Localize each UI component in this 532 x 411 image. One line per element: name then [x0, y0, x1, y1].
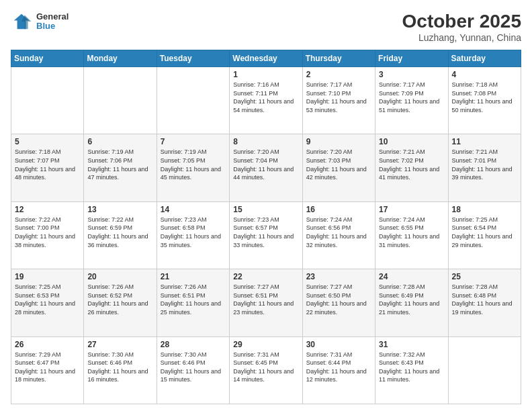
week-row-0: 1Sunrise: 7:16 AM Sunset: 7:11 PM Daylig…	[11, 67, 521, 134]
day-number: 13	[87, 205, 152, 214]
table-cell: 13Sunrise: 7:22 AM Sunset: 6:59 PM Dayli…	[84, 201, 157, 269]
table-cell: 14Sunrise: 7:23 AM Sunset: 6:58 PM Dayli…	[157, 201, 229, 269]
logo-line1: General	[36, 12, 69, 21]
table-cell: 16Sunrise: 7:24 AM Sunset: 6:56 PM Dayli…	[302, 201, 375, 269]
table-cell: 9Sunrise: 7:20 AM Sunset: 7:03 PM Daylig…	[302, 134, 375, 201]
day-content: Sunrise: 7:24 AM Sunset: 6:56 PM Dayligh…	[306, 216, 371, 249]
col-sunday: Sunday	[11, 50, 84, 67]
week-row-2: 12Sunrise: 7:22 AM Sunset: 7:00 PM Dayli…	[11, 201, 521, 269]
day-content: Sunrise: 7:17 AM Sunset: 7:10 PM Dayligh…	[306, 81, 371, 114]
day-content: Sunrise: 7:29 AM Sunset: 6:47 PM Dayligh…	[15, 351, 80, 384]
day-content: Sunrise: 7:19 AM Sunset: 7:06 PM Dayligh…	[87, 148, 152, 181]
table-cell: 2Sunrise: 7:17 AM Sunset: 7:10 PM Daylig…	[302, 67, 375, 134]
table-cell: 4Sunrise: 7:18 AM Sunset: 7:08 PM Daylig…	[448, 67, 521, 134]
day-number: 15	[233, 205, 298, 214]
day-number: 24	[379, 272, 444, 281]
table-cell: 3Sunrise: 7:17 AM Sunset: 7:09 PM Daylig…	[375, 67, 448, 134]
table-cell: 17Sunrise: 7:24 AM Sunset: 6:55 PM Dayli…	[375, 201, 448, 269]
day-content: Sunrise: 7:20 AM Sunset: 7:04 PM Dayligh…	[233, 148, 298, 181]
day-number: 5	[15, 137, 80, 146]
table-cell: 6Sunrise: 7:19 AM Sunset: 7:06 PM Daylig…	[84, 134, 157, 201]
table-cell: 28Sunrise: 7:30 AM Sunset: 6:46 PM Dayli…	[157, 336, 229, 404]
table-cell: 30Sunrise: 7:31 AM Sunset: 6:44 PM Dayli…	[302, 336, 375, 404]
table-cell	[84, 67, 157, 134]
logo-text: General Blue	[36, 12, 69, 32]
day-number: 17	[379, 205, 444, 214]
day-number: 18	[452, 205, 517, 214]
day-content: Sunrise: 7:23 AM Sunset: 6:57 PM Dayligh…	[233, 216, 298, 249]
day-content: Sunrise: 7:23 AM Sunset: 6:58 PM Dayligh…	[161, 216, 226, 249]
day-content: Sunrise: 7:31 AM Sunset: 6:44 PM Dayligh…	[306, 351, 371, 384]
day-content: Sunrise: 7:17 AM Sunset: 7:09 PM Dayligh…	[379, 81, 444, 114]
day-content: Sunrise: 7:24 AM Sunset: 6:55 PM Dayligh…	[379, 216, 444, 249]
day-number: 1	[233, 70, 298, 79]
week-row-3: 19Sunrise: 7:25 AM Sunset: 6:53 PM Dayli…	[11, 269, 521, 336]
table-cell: 12Sunrise: 7:22 AM Sunset: 7:00 PM Dayli…	[11, 201, 84, 269]
day-content: Sunrise: 7:25 AM Sunset: 6:53 PM Dayligh…	[15, 283, 80, 316]
table-cell: 31Sunrise: 7:32 AM Sunset: 6:43 PM Dayli…	[375, 336, 448, 404]
day-number: 2	[306, 70, 371, 79]
day-number: 27	[87, 340, 152, 349]
logo-icon	[11, 11, 32, 32]
day-number: 30	[306, 340, 371, 349]
table-cell: 22Sunrise: 7:27 AM Sunset: 6:51 PM Dayli…	[230, 269, 302, 336]
day-number: 19	[15, 272, 80, 281]
table-cell: 15Sunrise: 7:23 AM Sunset: 6:57 PM Dayli…	[230, 201, 302, 269]
day-content: Sunrise: 7:22 AM Sunset: 7:00 PM Dayligh…	[15, 216, 80, 249]
day-number: 12	[15, 205, 80, 214]
table-cell	[11, 67, 84, 134]
day-content: Sunrise: 7:20 AM Sunset: 7:03 PM Dayligh…	[306, 148, 371, 181]
day-number: 21	[161, 272, 226, 281]
day-content: Sunrise: 7:30 AM Sunset: 6:46 PM Dayligh…	[161, 351, 226, 384]
logo: General Blue	[11, 11, 69, 32]
day-number: 6	[87, 137, 152, 146]
day-number: 14	[161, 205, 226, 214]
day-content: Sunrise: 7:26 AM Sunset: 6:52 PM Dayligh…	[87, 283, 152, 316]
day-number: 31	[379, 340, 444, 349]
header: General Blue October 2025 Luzhang, Yunna…	[11, 11, 521, 43]
day-number: 4	[452, 70, 517, 79]
day-content: Sunrise: 7:18 AM Sunset: 7:07 PM Dayligh…	[15, 148, 80, 181]
day-content: Sunrise: 7:27 AM Sunset: 6:50 PM Dayligh…	[306, 283, 371, 316]
day-number: 7	[161, 137, 226, 146]
week-row-1: 5Sunrise: 7:18 AM Sunset: 7:07 PM Daylig…	[11, 134, 521, 201]
day-content: Sunrise: 7:30 AM Sunset: 6:46 PM Dayligh…	[87, 351, 152, 384]
calendar-header-row: Sunday Monday Tuesday Wednesday Thursday…	[11, 50, 521, 67]
col-wednesday: Wednesday	[230, 50, 302, 67]
day-content: Sunrise: 7:26 AM Sunset: 6:51 PM Dayligh…	[161, 283, 226, 316]
page-subtitle: Luzhang, Yunnan, China	[402, 32, 521, 43]
col-saturday: Saturday	[448, 50, 521, 67]
day-number: 23	[306, 272, 371, 281]
day-number: 9	[306, 137, 371, 146]
logo-line2: Blue	[36, 21, 69, 31]
table-cell: 26Sunrise: 7:29 AM Sunset: 6:47 PM Dayli…	[11, 336, 84, 404]
table-cell: 7Sunrise: 7:19 AM Sunset: 7:05 PM Daylig…	[157, 134, 229, 201]
day-content: Sunrise: 7:28 AM Sunset: 6:48 PM Dayligh…	[452, 283, 517, 316]
day-content: Sunrise: 7:16 AM Sunset: 7:11 PM Dayligh…	[233, 81, 298, 114]
col-thursday: Thursday	[302, 50, 375, 67]
table-cell: 25Sunrise: 7:28 AM Sunset: 6:48 PM Dayli…	[448, 269, 521, 336]
calendar: Sunday Monday Tuesday Wednesday Thursday…	[11, 50, 521, 404]
day-number: 20	[87, 272, 152, 281]
day-number: 8	[233, 137, 298, 146]
table-cell	[157, 67, 229, 134]
day-content: Sunrise: 7:32 AM Sunset: 6:43 PM Dayligh…	[379, 351, 444, 384]
day-number: 10	[379, 137, 444, 146]
table-cell: 5Sunrise: 7:18 AM Sunset: 7:07 PM Daylig…	[11, 134, 84, 201]
table-cell: 10Sunrise: 7:21 AM Sunset: 7:02 PM Dayli…	[375, 134, 448, 201]
table-cell: 8Sunrise: 7:20 AM Sunset: 7:04 PM Daylig…	[230, 134, 302, 201]
table-cell: 18Sunrise: 7:25 AM Sunset: 6:54 PM Dayli…	[448, 201, 521, 269]
table-cell: 27Sunrise: 7:30 AM Sunset: 6:46 PM Dayli…	[84, 336, 157, 404]
day-content: Sunrise: 7:31 AM Sunset: 6:45 PM Dayligh…	[233, 351, 298, 384]
page-title: October 2025	[402, 11, 521, 32]
day-number: 26	[15, 340, 80, 349]
day-number: 11	[452, 137, 517, 146]
day-number: 28	[161, 340, 226, 349]
table-cell: 29Sunrise: 7:31 AM Sunset: 6:45 PM Dayli…	[230, 336, 302, 404]
day-content: Sunrise: 7:22 AM Sunset: 6:59 PM Dayligh…	[87, 216, 152, 249]
day-number: 25	[452, 272, 517, 281]
table-cell: 11Sunrise: 7:21 AM Sunset: 7:01 PM Dayli…	[448, 134, 521, 201]
day-content: Sunrise: 7:21 AM Sunset: 7:02 PM Dayligh…	[379, 148, 444, 181]
col-monday: Monday	[84, 50, 157, 67]
day-content: Sunrise: 7:18 AM Sunset: 7:08 PM Dayligh…	[452, 81, 517, 114]
